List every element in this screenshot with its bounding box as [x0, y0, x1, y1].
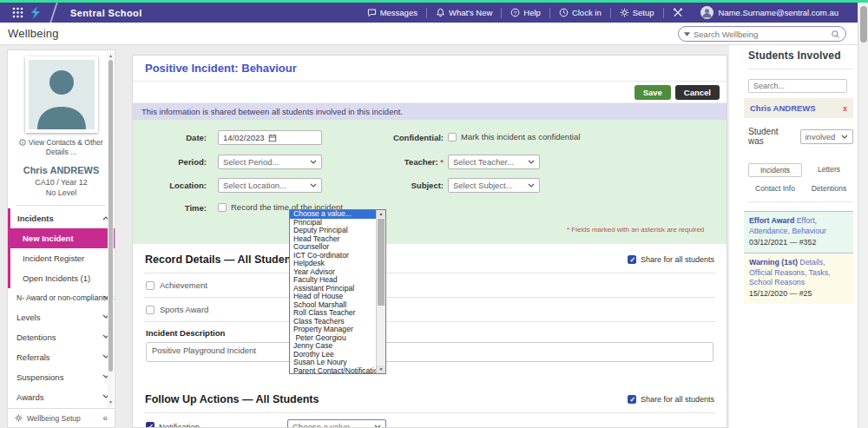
tools-button[interactable]	[664, 3, 692, 23]
scroll-up-icon[interactable]: ▲	[377, 210, 385, 218]
calendar-icon[interactable]	[268, 134, 277, 142]
menu-open-incidents[interactable]: Open Incidents (1)	[10, 268, 115, 288]
incident-description-input[interactable]: Positive Playground Incident	[146, 342, 713, 362]
tab-detentions[interactable]: Detentions	[802, 182, 856, 194]
menu-new-incident[interactable]: New Incident	[10, 228, 115, 248]
location-select[interactable]: Select Location...	[218, 178, 322, 193]
dropdown-option[interactable]: Peter Georgiou	[290, 334, 376, 343]
divider	[748, 201, 853, 202]
dropdown-option[interactable]: Dorothy Lee	[290, 351, 376, 359]
cancel-button[interactable]: Cancel	[675, 85, 720, 100]
dropdown-option[interactable]: Parent Contact/Notification	[290, 367, 376, 374]
dropdown-option[interactable]: Susan Le Noury	[290, 359, 376, 367]
menu-incidents[interactable]: Incidents	[10, 208, 115, 228]
page-scrollbar[interactable]	[858, 3, 868, 428]
dropdown-option[interactable]: Counsellor	[290, 243, 376, 252]
student-sidebar: View Contacts & Other Details ... Chris …	[7, 49, 115, 428]
menu-incident-register[interactable]: Incident Register	[10, 248, 115, 268]
history-item-effort-award[interactable]: Effort Award Effort, Attendance, Behavio…	[744, 211, 853, 253]
date-input[interactable]: 14/02/2023	[218, 130, 322, 145]
bell-icon	[436, 8, 445, 17]
tab-contact-info[interactable]: Contact Info	[748, 182, 802, 194]
dropdown-option[interactable]: Helpdesk	[290, 260, 376, 268]
teacher-select[interactable]: Select Teacher...	[448, 155, 540, 169]
clock-icon	[559, 8, 569, 17]
period-select[interactable]: Select Period...	[218, 155, 322, 169]
student-search-input[interactable]	[748, 79, 847, 93]
student-level: No Level	[8, 188, 115, 197]
dropdown-option[interactable]: Roll Class Teacher	[290, 309, 376, 318]
dropdown-option[interactable]: ICT Co-ordinator	[290, 252, 376, 260]
shared-info-banner: This information is shared between all s…	[133, 103, 727, 120]
scrollbar-thumb[interactable]	[378, 219, 385, 306]
scrollbar-thumb[interactable]	[860, 6, 867, 43]
dropdown-option[interactable]: Jenny Case	[290, 342, 376, 351]
sentral-logo-icon[interactable]	[30, 6, 41, 19]
menu-n-award[interactable]: N- Award or non-compliances	[8, 288, 115, 307]
messages-icon	[367, 8, 377, 17]
search-caret-icon[interactable]	[684, 32, 690, 36]
dropdown-option[interactable]: Faculty Head	[290, 276, 376, 285]
collapse-sidebar-icon[interactable]: «	[102, 413, 108, 423]
time-checkbox[interactable]	[218, 203, 227, 212]
search-icon[interactable]	[831, 30, 840, 39]
confidential-checkbox[interactable]	[448, 133, 457, 142]
confidential-label: Confidential:	[367, 133, 444, 142]
whats-new-button[interactable]: What's New	[427, 3, 501, 23]
view-contacts-link[interactable]: View Contacts & Other Details ...	[8, 138, 115, 157]
scroll-up-icon[interactable]: ▲	[108, 53, 114, 58]
wellbeing-search[interactable]	[678, 26, 846, 42]
dropdown-option[interactable]: Property Manager	[290, 326, 376, 334]
tab-incidents[interactable]: Incidents	[748, 163, 802, 177]
required-fields-note: * Fields marked with an asterisk are req…	[567, 226, 704, 234]
save-button[interactable]: Save	[635, 85, 671, 100]
dropdown-option[interactable]: Deputy Principal	[290, 227, 376, 235]
dropdown-option[interactable]: Head Teacher	[290, 235, 376, 244]
wellbeing-setup-bar[interactable]: Wellbeing Setup «	[8, 408, 115, 427]
involvement-select[interactable]: involved	[800, 129, 854, 144]
help-button[interactable]: ? Help	[502, 3, 549, 23]
student-photo[interactable]	[25, 56, 98, 133]
setup-button[interactable]: Setup	[611, 3, 663, 23]
period-label: Period:	[133, 157, 207, 167]
dropdown-scrollbar[interactable]: ▲ ▼	[376, 210, 385, 373]
involved-student-name[interactable]: Chris ANDREWS	[750, 103, 816, 113]
clock-in-button[interactable]: Clock in	[550, 3, 610, 23]
user-avatar[interactable]	[700, 6, 713, 19]
tab-letters[interactable]: Letters	[802, 163, 856, 177]
notification-select[interactable]: Choose a value...	[287, 419, 386, 428]
dropdown-option[interactable]: Principal	[290, 219, 376, 227]
achievement-checkbox[interactable]	[146, 281, 155, 290]
subject-select[interactable]: Select Subject...	[448, 178, 540, 193]
sidebar-scrollbar[interactable]	[108, 53, 114, 407]
remove-student-icon[interactable]: x	[843, 104, 847, 113]
scroll-down-icon[interactable]: ▼	[108, 399, 114, 405]
share-checkbox[interactable]	[628, 395, 636, 404]
sports-award-checkbox[interactable]	[146, 306, 155, 314]
svg-text:?: ?	[514, 10, 516, 16]
menu-detentions[interactable]: Detentions	[8, 327, 115, 347]
sports-award-row: Sports Award	[144, 298, 715, 322]
dropdown-option[interactable]: School Marshall	[290, 301, 376, 310]
scroll-down-icon[interactable]: ▼	[377, 365, 385, 373]
dropdown-option[interactable]: Head of House	[290, 293, 376, 301]
history-date: 15/12/2020 — #25	[749, 289, 848, 300]
time-label: Time:	[133, 203, 207, 213]
menu-referrals[interactable]: Referrals	[8, 347, 115, 367]
dropdown-option[interactable]: Assistant Principal	[290, 285, 376, 293]
menu-suspensions[interactable]: Suspensions	[8, 367, 115, 387]
dropdown-option[interactable]: Choose a value...	[290, 210, 376, 219]
dropdown-option[interactable]: Class Teachers	[290, 318, 376, 326]
notification-checkbox[interactable]	[146, 422, 155, 428]
achievement-row: Achievement	[144, 273, 715, 298]
app-grid-icon[interactable]	[12, 7, 23, 18]
share-checkbox[interactable]	[628, 255, 636, 264]
user-email[interactable]: Name.Surname@sentral.com.au	[719, 8, 838, 17]
menu-awards[interactable]: Awards	[8, 387, 115, 407]
messages-button[interactable]: Messages	[358, 3, 426, 23]
search-input[interactable]	[694, 30, 827, 39]
history-item-warning[interactable]: Warning (1st) Details, Official Reasons,…	[744, 253, 853, 305]
dropdown-option[interactable]: Year Advisor	[290, 268, 376, 277]
menu-levels[interactable]: Levels	[8, 307, 115, 327]
follow-up-title: Follow Up Actions — All Students	[145, 393, 319, 405]
